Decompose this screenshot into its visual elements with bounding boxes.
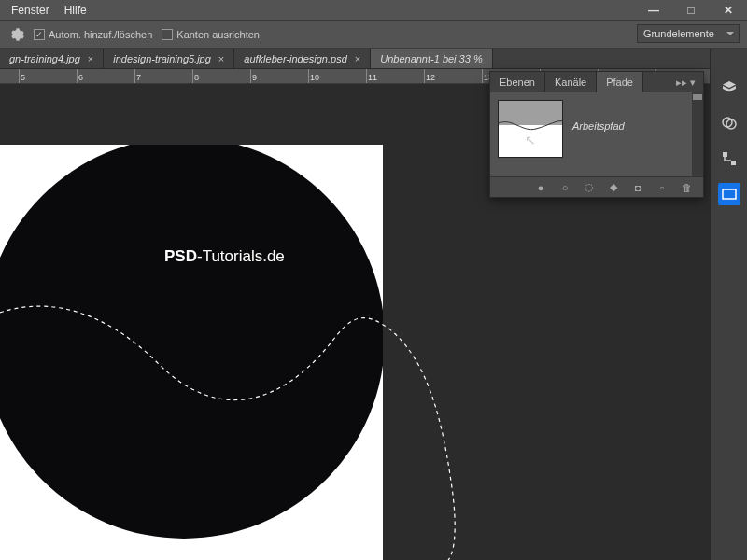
- right-panel-dock: [710, 49, 747, 560]
- panel-body: ↖ Arbeitspfad: [490, 92, 703, 176]
- svg-rect-4: [723, 189, 736, 199]
- document-tab-bar: gn-training4.jpg× indesign-training5.jpg…: [0, 49, 747, 69]
- panel-scrollbar[interactable]: [692, 92, 703, 176]
- ruler-label: 11: [368, 73, 377, 82]
- ruler-label: 5: [21, 73, 25, 82]
- ruler-label: 7: [136, 73, 141, 82]
- panel-footer: ● ○ ◌ ◆ ◘ ▫ 🗑: [490, 176, 703, 197]
- close-icon[interactable]: ×: [88, 53, 93, 64]
- options-bar: ✓ Autom. hinzuf./löschen Kanten ausricht…: [0, 21, 747, 49]
- auto-add-delete-label: Autom. hinzuf./löschen: [49, 29, 152, 40]
- artwork-text: PSD-Tutorials.de: [164, 247, 285, 266]
- svg-rect-3: [731, 161, 736, 165]
- tab-pfade[interactable]: Pfade: [597, 72, 643, 92]
- menu-window[interactable]: Fenster: [11, 4, 49, 17]
- checkbox-checked-icon: ✓: [34, 29, 45, 40]
- delete-path-icon[interactable]: 🗑: [679, 180, 694, 195]
- add-mask-icon[interactable]: ◘: [630, 180, 645, 195]
- window-controls: — □ ✕: [635, 0, 747, 21]
- stroke-path-icon[interactable]: ○: [557, 180, 572, 195]
- ruler-label: 10: [310, 73, 319, 82]
- paths-panel: Ebenen Kanäle Pfade ▸▸ ▾ ↖ Arbeitspfad ●…: [489, 71, 704, 198]
- tab-kanale[interactable]: Kanäle: [545, 72, 597, 92]
- channels-icon[interactable]: [718, 112, 740, 134]
- align-edges-checkbox[interactable]: Kanten ausrichten: [162, 29, 260, 40]
- cursor-icon: ↖: [525, 133, 536, 147]
- canvas[interactable]: [0, 145, 383, 560]
- ruler-label: 6: [78, 73, 83, 82]
- checkbox-unchecked-icon: [162, 29, 173, 40]
- align-edges-label: Kanten ausrichten: [176, 29, 260, 40]
- gear-icon[interactable]: [9, 27, 24, 42]
- layers-icon[interactable]: [718, 77, 740, 99]
- menu-help[interactable]: Hilfe: [64, 4, 87, 17]
- auto-add-delete-checkbox[interactable]: ✓ Autom. hinzuf./löschen: [34, 29, 152, 40]
- document-tab[interactable]: gn-training4.jpg×: [0, 49, 104, 68]
- ruler-label: 12: [426, 73, 435, 82]
- make-work-path-icon[interactable]: ◆: [606, 180, 621, 195]
- panel-tab-bar: Ebenen Kanäle Pfade ▸▸ ▾: [490, 72, 703, 92]
- close-icon[interactable]: ×: [218, 53, 224, 64]
- workspace-dropdown[interactable]: Grundelemente: [637, 24, 740, 43]
- panel-menu-icon[interactable]: ▸▸ ▾: [669, 72, 703, 92]
- path-to-selection-icon[interactable]: ◌: [582, 180, 597, 195]
- close-icon[interactable]: ×: [355, 53, 360, 64]
- path-thumbnail[interactable]: ↖: [498, 100, 563, 158]
- paths-icon[interactable]: [718, 147, 740, 170]
- path-name[interactable]: Arbeitspfad: [572, 120, 625, 132]
- fill-path-icon[interactable]: ●: [533, 180, 548, 195]
- artwork-circle: [0, 145, 383, 539]
- history-icon[interactable]: [718, 183, 740, 205]
- svg-rect-2: [723, 152, 727, 157]
- new-path-icon[interactable]: ▫: [655, 180, 669, 195]
- document-tab-active[interactable]: Unbenannt-1 bei 33 %: [371, 49, 492, 68]
- close-button[interactable]: ✕: [710, 0, 747, 21]
- document-tab[interactable]: indesign-training5.jpg×: [104, 49, 234, 68]
- tab-ebenen[interactable]: Ebenen: [490, 72, 545, 92]
- ruler-label: 8: [194, 73, 199, 82]
- maximize-button[interactable]: □: [672, 0, 710, 21]
- minimize-button[interactable]: —: [635, 0, 672, 21]
- document-tab[interactable]: aufkleber-indesign.psd×: [234, 49, 371, 68]
- ruler-label: 9: [252, 73, 257, 82]
